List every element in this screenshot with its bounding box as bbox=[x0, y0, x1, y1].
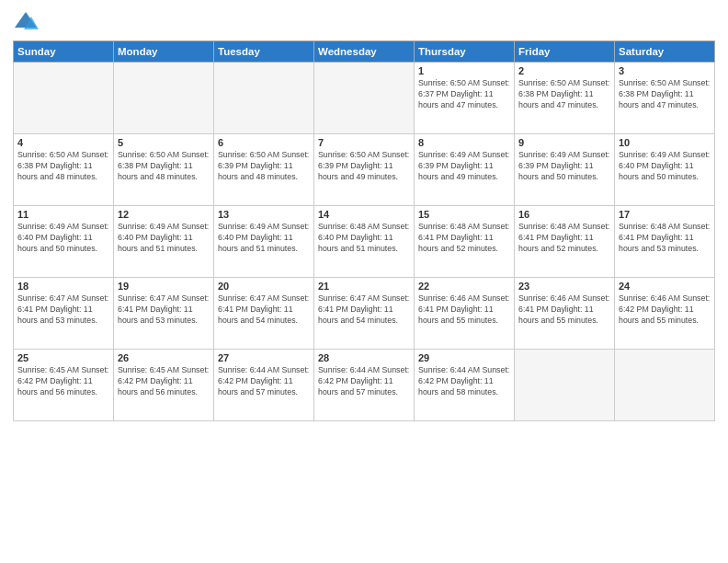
calendar-cell: 12Sunrise: 6:49 AM Sunset: 6:40 PM Dayli… bbox=[114, 206, 214, 278]
calendar-cell: 9Sunrise: 6:49 AM Sunset: 6:39 PM Daylig… bbox=[515, 134, 615, 206]
day-number: 6 bbox=[218, 137, 310, 148]
calendar-cell: 10Sunrise: 6:49 AM Sunset: 6:40 PM Dayli… bbox=[615, 134, 715, 206]
calendar-cell: 29Sunrise: 6:44 AM Sunset: 6:42 PM Dayli… bbox=[415, 350, 515, 421]
day-info: Sunrise: 6:45 AM Sunset: 6:42 PM Dayligh… bbox=[118, 365, 210, 398]
day-number: 22 bbox=[418, 281, 510, 292]
day-info: Sunrise: 6:47 AM Sunset: 6:41 PM Dayligh… bbox=[218, 293, 310, 327]
calendar-cell: 15Sunrise: 6:48 AM Sunset: 6:41 PM Dayli… bbox=[415, 206, 515, 278]
calendar-cell: 21Sunrise: 6:47 AM Sunset: 6:41 PM Dayli… bbox=[314, 278, 415, 350]
calendar-cell: 17Sunrise: 6:48 AM Sunset: 6:41 PM Dayli… bbox=[615, 206, 715, 278]
week-row-3: 11Sunrise: 6:49 AM Sunset: 6:40 PM Dayli… bbox=[14, 206, 715, 278]
day-info: Sunrise: 6:47 AM Sunset: 6:41 PM Dayligh… bbox=[118, 293, 210, 327]
calendar-cell: 4Sunrise: 6:50 AM Sunset: 6:38 PM Daylig… bbox=[14, 134, 114, 206]
day-info: Sunrise: 6:44 AM Sunset: 6:42 PM Dayligh… bbox=[418, 365, 510, 398]
calendar-cell: 11Sunrise: 6:49 AM Sunset: 6:40 PM Dayli… bbox=[14, 206, 114, 278]
day-number: 28 bbox=[318, 352, 410, 363]
calendar-cell: 16Sunrise: 6:48 AM Sunset: 6:41 PM Dayli… bbox=[515, 206, 615, 278]
day-number: 9 bbox=[518, 137, 610, 148]
day-info: Sunrise: 6:49 AM Sunset: 6:40 PM Dayligh… bbox=[17, 222, 109, 255]
calendar-cell: 13Sunrise: 6:49 AM Sunset: 6:40 PM Dayli… bbox=[214, 206, 314, 278]
day-info: Sunrise: 6:49 AM Sunset: 6:39 PM Dayligh… bbox=[418, 150, 510, 183]
day-number: 17 bbox=[619, 209, 711, 220]
col-header-wednesday: Wednesday bbox=[314, 41, 415, 63]
day-number: 29 bbox=[418, 352, 510, 363]
day-info: Sunrise: 6:50 AM Sunset: 6:38 PM Dayligh… bbox=[518, 78, 610, 111]
day-number: 8 bbox=[418, 137, 510, 148]
calendar-cell: 23Sunrise: 6:46 AM Sunset: 6:41 PM Dayli… bbox=[515, 278, 615, 350]
col-header-sunday: Sunday bbox=[14, 41, 114, 63]
calendar-cell: 22Sunrise: 6:46 AM Sunset: 6:41 PM Dayli… bbox=[415, 278, 515, 350]
day-number: 25 bbox=[17, 352, 109, 363]
day-info: Sunrise: 6:46 AM Sunset: 6:41 PM Dayligh… bbox=[518, 293, 610, 327]
day-number: 14 bbox=[318, 209, 410, 220]
day-number: 12 bbox=[118, 209, 210, 220]
day-number: 2 bbox=[518, 65, 610, 76]
day-number: 15 bbox=[418, 209, 510, 220]
day-info: Sunrise: 6:44 AM Sunset: 6:42 PM Dayligh… bbox=[318, 365, 410, 398]
day-info: Sunrise: 6:49 AM Sunset: 6:40 PM Dayligh… bbox=[118, 222, 210, 255]
logo-icon bbox=[13, 9, 39, 35]
calendar-cell: 27Sunrise: 6:44 AM Sunset: 6:42 PM Dayli… bbox=[214, 350, 314, 421]
calendar-cell bbox=[14, 63, 114, 134]
day-number: 11 bbox=[17, 209, 109, 220]
calendar-cell: 20Sunrise: 6:47 AM Sunset: 6:41 PM Dayli… bbox=[214, 278, 314, 350]
calendar-cell bbox=[114, 63, 214, 134]
day-info: Sunrise: 6:50 AM Sunset: 6:39 PM Dayligh… bbox=[218, 150, 310, 183]
week-row-2: 4Sunrise: 6:50 AM Sunset: 6:38 PM Daylig… bbox=[14, 134, 715, 206]
day-info: Sunrise: 6:50 AM Sunset: 6:38 PM Dayligh… bbox=[118, 150, 210, 183]
day-info: Sunrise: 6:47 AM Sunset: 6:41 PM Dayligh… bbox=[318, 293, 410, 327]
calendar-cell bbox=[615, 350, 715, 421]
calendar-cell: 3Sunrise: 6:50 AM Sunset: 6:38 PM Daylig… bbox=[615, 63, 715, 134]
calendar-cell bbox=[314, 63, 415, 134]
calendar-cell: 26Sunrise: 6:45 AM Sunset: 6:42 PM Dayli… bbox=[114, 350, 214, 421]
day-number: 16 bbox=[518, 209, 610, 220]
day-info: Sunrise: 6:46 AM Sunset: 6:41 PM Dayligh… bbox=[418, 293, 510, 327]
day-number: 20 bbox=[218, 281, 310, 292]
day-info: Sunrise: 6:46 AM Sunset: 6:42 PM Dayligh… bbox=[619, 293, 711, 327]
day-number: 13 bbox=[218, 209, 310, 220]
col-header-saturday: Saturday bbox=[615, 41, 715, 63]
day-number: 27 bbox=[218, 352, 310, 363]
day-info: Sunrise: 6:50 AM Sunset: 6:39 PM Dayligh… bbox=[318, 150, 410, 183]
day-number: 7 bbox=[318, 137, 410, 148]
week-row-4: 18Sunrise: 6:47 AM Sunset: 6:41 PM Dayli… bbox=[14, 278, 715, 350]
day-number: 3 bbox=[619, 65, 711, 76]
calendar-cell: 8Sunrise: 6:49 AM Sunset: 6:39 PM Daylig… bbox=[415, 134, 515, 206]
day-info: Sunrise: 6:50 AM Sunset: 6:38 PM Dayligh… bbox=[17, 150, 109, 183]
calendar-cell: 2Sunrise: 6:50 AM Sunset: 6:38 PM Daylig… bbox=[515, 63, 615, 134]
calendar-cell bbox=[515, 350, 615, 421]
calendar-cell: 7Sunrise: 6:50 AM Sunset: 6:39 PM Daylig… bbox=[314, 134, 415, 206]
day-info: Sunrise: 6:48 AM Sunset: 6:41 PM Dayligh… bbox=[418, 222, 510, 255]
calendar-cell: 25Sunrise: 6:45 AM Sunset: 6:42 PM Dayli… bbox=[14, 350, 114, 421]
day-info: Sunrise: 6:44 AM Sunset: 6:42 PM Dayligh… bbox=[218, 365, 310, 398]
calendar-cell: 24Sunrise: 6:46 AM Sunset: 6:42 PM Dayli… bbox=[615, 278, 715, 350]
day-info: Sunrise: 6:49 AM Sunset: 6:40 PM Dayligh… bbox=[218, 222, 310, 255]
calendar-cell: 19Sunrise: 6:47 AM Sunset: 6:41 PM Dayli… bbox=[114, 278, 214, 350]
day-info: Sunrise: 6:50 AM Sunset: 6:37 PM Dayligh… bbox=[418, 78, 510, 111]
day-number: 1 bbox=[418, 65, 510, 76]
col-header-tuesday: Tuesday bbox=[214, 41, 314, 63]
day-info: Sunrise: 6:50 AM Sunset: 6:38 PM Dayligh… bbox=[619, 78, 711, 111]
page-header bbox=[13, 9, 715, 35]
day-number: 26 bbox=[118, 352, 210, 363]
calendar-cell: 18Sunrise: 6:47 AM Sunset: 6:41 PM Dayli… bbox=[14, 278, 114, 350]
week-row-5: 25Sunrise: 6:45 AM Sunset: 6:42 PM Dayli… bbox=[14, 350, 715, 421]
day-info: Sunrise: 6:48 AM Sunset: 6:41 PM Dayligh… bbox=[518, 222, 610, 255]
day-info: Sunrise: 6:49 AM Sunset: 6:39 PM Dayligh… bbox=[518, 150, 610, 183]
week-row-1: 1Sunrise: 6:50 AM Sunset: 6:37 PM Daylig… bbox=[14, 63, 715, 134]
logo bbox=[13, 9, 42, 35]
day-number: 24 bbox=[619, 281, 711, 292]
day-number: 21 bbox=[318, 281, 410, 292]
calendar-cell: 14Sunrise: 6:48 AM Sunset: 6:40 PM Dayli… bbox=[314, 206, 415, 278]
col-header-monday: Monday bbox=[114, 41, 214, 63]
calendar-table: SundayMondayTuesdayWednesdayThursdayFrid… bbox=[13, 40, 715, 421]
day-info: Sunrise: 6:47 AM Sunset: 6:41 PM Dayligh… bbox=[17, 293, 109, 327]
day-number: 19 bbox=[118, 281, 210, 292]
col-header-thursday: Thursday bbox=[415, 41, 515, 63]
day-info: Sunrise: 6:48 AM Sunset: 6:40 PM Dayligh… bbox=[318, 222, 410, 255]
day-number: 10 bbox=[619, 137, 711, 148]
calendar-cell: 6Sunrise: 6:50 AM Sunset: 6:39 PM Daylig… bbox=[214, 134, 314, 206]
calendar-cell bbox=[214, 63, 314, 134]
day-number: 18 bbox=[17, 281, 109, 292]
col-header-friday: Friday bbox=[515, 41, 615, 63]
